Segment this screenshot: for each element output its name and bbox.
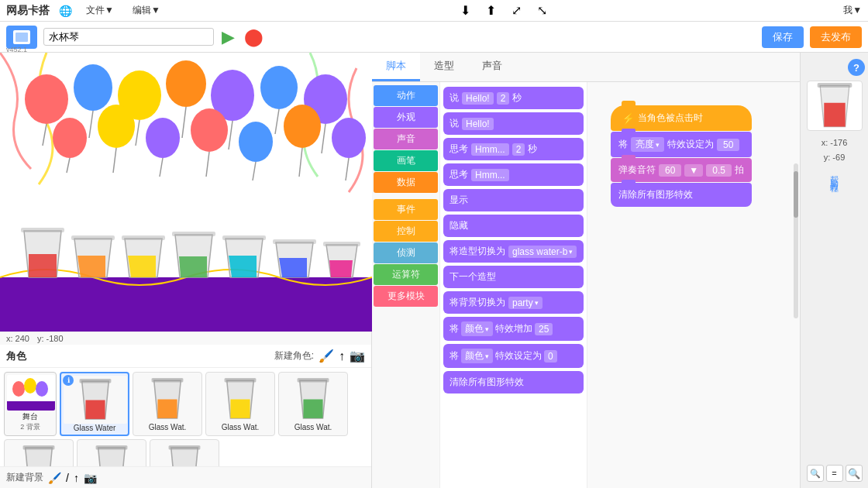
- sprites-panel: 角色 新建角色: 🖌️ ↑ 📷: [0, 345, 371, 488]
- sprite-item-3[interactable]: Glass Wat.: [205, 372, 275, 436]
- palette-say-timed[interactable]: 说 Hello! 2 秒: [443, 87, 584, 109]
- block-set-brightness[interactable]: 将 亮度 ▾ 特效设定为 50: [611, 132, 752, 157]
- svg-rect-50: [323, 242, 360, 246]
- stage-item[interactable]: 舞台 2 背景: [4, 372, 57, 436]
- palette-think-timed[interactable]: 思考 Hmm... 2 秒: [443, 138, 584, 160]
- svg-marker-60: [157, 399, 177, 418]
- palette-say[interactable]: 说 Hello!: [443, 112, 584, 135]
- svg-marker-71: [98, 448, 126, 466]
- user-menu[interactable]: 我▼: [843, 4, 862, 17]
- palette-clear-effects[interactable]: 清除所有图形特效: [443, 371, 584, 393]
- paint-sprite-btn[interactable]: 🖌️: [319, 349, 334, 363]
- svg-marker-40: [179, 256, 207, 277]
- menu-edit[interactable]: 编辑▼: [128, 2, 165, 19]
- svg-point-22: [191, 108, 228, 152]
- toolbar-collapse[interactable]: ⤡: [537, 3, 547, 18]
- palette-effect-change[interactable]: 将 颜色 ▾ 特效增加 25: [443, 317, 584, 341]
- palette-think[interactable]: 思考 Hmm...: [443, 163, 584, 186]
- sprite-item-4[interactable]: Glass Wat.: [278, 372, 348, 436]
- help-button[interactable]: ?: [848, 59, 865, 76]
- svg-point-53: [12, 381, 25, 397]
- svg-point-28: [332, 118, 366, 158]
- sprite-item-6[interactable]: Glass Wat.: [77, 439, 146, 466]
- help-links[interactable]: 帮助与教程: [828, 169, 842, 180]
- zoom-controls: 🔍 = 🔍: [807, 465, 863, 482]
- tab-script[interactable]: 脚本: [372, 53, 420, 81]
- block-clear-effects[interactable]: 清除所有图形特效: [611, 183, 752, 207]
- project-name-input[interactable]: [43, 28, 214, 46]
- paint-bg-btn[interactable]: 🖌️: [48, 472, 61, 484]
- svg-rect-38: [122, 235, 165, 240]
- main-area: x: 240 y: -180 角色 新建角色: 🖌️ ↑ 📷: [0, 53, 868, 488]
- sprite-item-7[interactable]: Glass Wat.: [150, 439, 219, 466]
- svg-point-55: [36, 381, 48, 397]
- script-area[interactable]: ⚡当角色被点击时 将 亮度 ▾ 特效设定为 50 弹奏音符 60 ▼ 0.5 拍: [587, 82, 800, 488]
- palette-hide[interactable]: 隐藏: [443, 215, 584, 237]
- tab-costume[interactable]: 造型: [420, 53, 468, 81]
- cat-motion[interactable]: 动作: [374, 85, 438, 106]
- upload-bg-btn[interactable]: /: [66, 472, 69, 484]
- zoom-reset-btn[interactable]: =: [826, 465, 843, 482]
- cat-events[interactable]: 事件: [374, 199, 438, 220]
- cat-operators[interactable]: 运算符: [374, 264, 438, 285]
- camera-bg-btn[interactable]: 📷: [84, 472, 97, 484]
- stop-button[interactable]: ⬤: [244, 27, 264, 47]
- coord-display: x: -176 y: -69: [822, 136, 848, 164]
- cat-data[interactable]: 数据: [374, 172, 438, 193]
- upload-bg-btn2[interactable]: ↑: [74, 472, 79, 484]
- svg-rect-61: [152, 378, 184, 383]
- new-background-area: 新建背景 🖌️ / ↑ 📷: [0, 466, 371, 488]
- menu-bar: 网易卡搭 🌐 文件▼ 编辑▼ ⬇ ⬆ ⤢ ⤡ 我▼: [0, 0, 868, 22]
- svg-rect-73: [96, 445, 128, 450]
- sprite-name-4: Glass Wat.: [281, 423, 345, 431]
- cat-sound[interactable]: 声音: [374, 129, 438, 149]
- sprite-item-5[interactable]: Glass Wat.: [4, 439, 74, 466]
- cat-sensing[interactable]: 侦测: [374, 242, 438, 263]
- palette-switch-bg[interactable]: 将背景切换为 party ▾: [443, 291, 584, 314]
- app-logo: 网易卡搭: [6, 4, 50, 18]
- cat-more[interactable]: 更多模块: [374, 286, 438, 307]
- palette-switch-costume[interactable]: 将造型切换为 glass water-b ▾: [443, 240, 584, 263]
- cat-looks[interactable]: 外观: [374, 107, 438, 128]
- save-button[interactable]: 保存: [762, 26, 804, 48]
- upload-sprite-btn[interactable]: ↑: [339, 349, 345, 363]
- sprites-list: 舞台 2 背景 ℹ Glass Water: [0, 368, 371, 466]
- cat-pen[interactable]: 画笔: [374, 150, 438, 171]
- palette-show[interactable]: 显示: [443, 189, 584, 211]
- block-categories: 动作 外观 声音 画笔 数据 事件 控制 侦测 运算符 更多模块: [372, 82, 440, 488]
- sprite-name-2: Glass Wat.: [136, 423, 199, 431]
- stage-bg-count: 2 背景: [7, 422, 53, 432]
- sprite-name-3: Glass Wat.: [208, 423, 272, 431]
- play-button[interactable]: ▶: [222, 27, 235, 47]
- coord-x: x: 240: [6, 334, 29, 343]
- zoom-out-btn[interactable]: 🔍: [807, 465, 824, 482]
- menu-file[interactable]: 文件▼: [81, 2, 119, 19]
- sprite-item-2[interactable]: Glass Wat.: [133, 372, 202, 436]
- coord-y-display: y: -69: [822, 150, 848, 165]
- toolbar-download[interactable]: ⬇: [460, 3, 470, 18]
- publish-button[interactable]: 去发布: [810, 26, 862, 48]
- block-play-note[interactable]: 弹奏音符 60 ▼ 0.5 拍: [611, 158, 752, 182]
- stage-canvas[interactable]: [0, 53, 372, 332]
- camera-sprite-btn[interactable]: 📷: [350, 349, 365, 363]
- svg-rect-67: [298, 378, 329, 383]
- scrollbar[interactable]: [794, 163, 798, 318]
- coord-x-display: x: -176: [822, 136, 848, 150]
- zoom-in-btn[interactable]: 🔍: [846, 465, 863, 482]
- svg-point-26: [284, 105, 321, 148]
- sprite-item-1[interactable]: ℹ Glass Water: [60, 372, 129, 436]
- coord-y: y: -180: [37, 334, 64, 343]
- toolbar-upload[interactable]: ⬆: [486, 3, 496, 18]
- svg-marker-68: [26, 448, 53, 466]
- tab-sound[interactable]: 声音: [468, 53, 516, 81]
- palette-effect-set[interactable]: 将 颜色 ▾ 特效设定为 0: [443, 344, 584, 368]
- project-bar: v452.1 ▶ ⬤ 保存 去发布: [0, 22, 868, 53]
- cat-control[interactable]: 控制: [374, 221, 438, 242]
- palette-next-costume[interactable]: 下一个造型: [443, 266, 584, 288]
- svg-marker-74: [171, 448, 198, 466]
- svg-rect-35: [71, 235, 115, 240]
- stage-label: 舞台: [7, 411, 53, 422]
- svg-marker-63: [230, 399, 250, 418]
- block-when-clicked[interactable]: ⚡当角色被点击时: [611, 105, 752, 131]
- toolbar-expand[interactable]: ⤢: [512, 3, 522, 18]
